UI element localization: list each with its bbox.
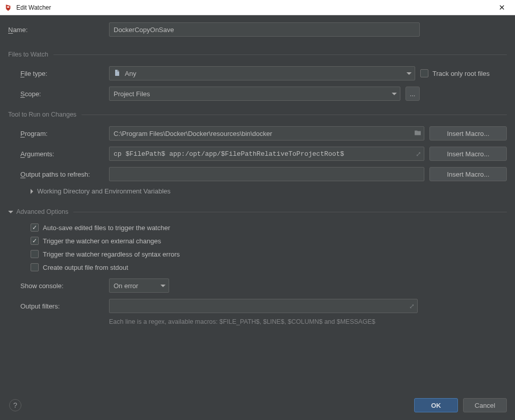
file-type-row: File type: Any Track only root files [8,66,507,80]
stdout-label: Create output file from stdout [43,264,128,271]
output-filters-row: Output filters: ⤢ [8,299,507,313]
auto-save-row[interactable]: Auto-save edited files to trigger the wa… [8,223,507,232]
output-paths-label: Output paths to refresh: [8,171,109,178]
working-env-toggle[interactable]: Working Directory and Environment Variab… [8,187,507,195]
chevron-down-icon [160,285,166,287]
output-filters-label: Output filters: [8,302,109,310]
folder-icon[interactable] [414,130,421,137]
show-console-value: On error [114,282,138,290]
chevron-down-icon [8,211,13,213]
working-env-label: Working Directory and Environment Variab… [37,187,171,195]
file-type-value: Any [125,70,136,77]
syntax-errors-row[interactable]: Trigger the watcher regardless of syntax… [8,250,507,258]
program-input[interactable] [109,126,424,141]
chevron-down-icon [406,72,412,75]
scope-browse-button[interactable]: ... [405,87,420,101]
show-console-row: Show console: On error [8,278,507,293]
expand-icon[interactable]: ⤢ [416,150,421,158]
external-changes-label: Trigger the watcher on external changes [43,237,161,245]
section-tool-to-run: Tool to Run on Changes [8,111,507,118]
external-changes-row[interactable]: Trigger the watcher on external changes [8,237,507,245]
program-row: Program: Insert Macro... [8,126,507,141]
name-input[interactable] [109,22,420,37]
section-advanced[interactable]: Advanced Options [8,208,507,215]
output-paths-input[interactable] [109,167,424,181]
arguments-label: Arguments: [8,150,109,158]
insert-macro-arguments-button[interactable]: Insert Macro... [429,147,507,161]
ok-button[interactable]: OK [414,398,458,412]
name-label: Name: [8,26,109,34]
scope-row: Scope: Project Files ... [8,87,507,101]
app-icon [4,4,12,12]
section-files-to-watch: Files to Watch [8,51,507,58]
syntax-errors-label: Trigger the watcher regardless of syntax… [43,250,180,258]
output-filters-input[interactable] [109,299,418,313]
stdout-checkbox[interactable] [31,263,39,271]
scope-label: Scope: [8,90,109,98]
auto-save-checkbox[interactable] [31,223,39,232]
window-title: Edit Watcher [16,4,51,11]
close-icon[interactable]: ✕ [492,3,512,12]
stdout-row[interactable]: Create output file from stdout [8,263,507,271]
arguments-input[interactable] [109,147,424,161]
file-type-label: File type: [8,70,109,77]
cancel-button[interactable]: Cancel [463,398,507,412]
show-console-select[interactable]: On error [109,278,169,293]
chevron-right-icon [31,189,33,194]
show-console-label: Show console: [8,282,109,290]
chevron-down-icon [392,93,397,95]
scope-value: Project Files [114,90,150,98]
track-root-label: Track only root files [432,70,490,77]
file-icon [114,69,121,78]
syntax-errors-checkbox[interactable] [31,250,39,258]
help-button[interactable]: ? [9,399,21,411]
output-filters-hint: Each line is a regex, available macros: … [109,318,375,325]
name-row: Name: [8,22,507,37]
output-paths-row: Output paths to refresh: Insert Macro... [8,167,507,181]
auto-save-label: Auto-save edited files to trigger the wa… [43,224,170,232]
insert-macro-output-button[interactable]: Insert Macro... [429,167,507,181]
file-type-select[interactable]: Any [109,66,415,80]
external-changes-checkbox[interactable] [31,237,39,245]
svg-rect-0 [7,6,9,8]
program-label: Program: [8,130,109,137]
arguments-row: Arguments: ⤢ Insert Macro... [8,147,507,161]
insert-macro-program-button[interactable]: Insert Macro... [429,126,507,141]
track-root-checkbox[interactable] [420,69,428,77]
titlebar: Edit Watcher ✕ [0,0,515,15]
scope-select[interactable]: Project Files [109,87,400,101]
footer: ? OK Cancel [0,396,515,420]
expand-icon[interactable]: ⤢ [409,302,415,310]
